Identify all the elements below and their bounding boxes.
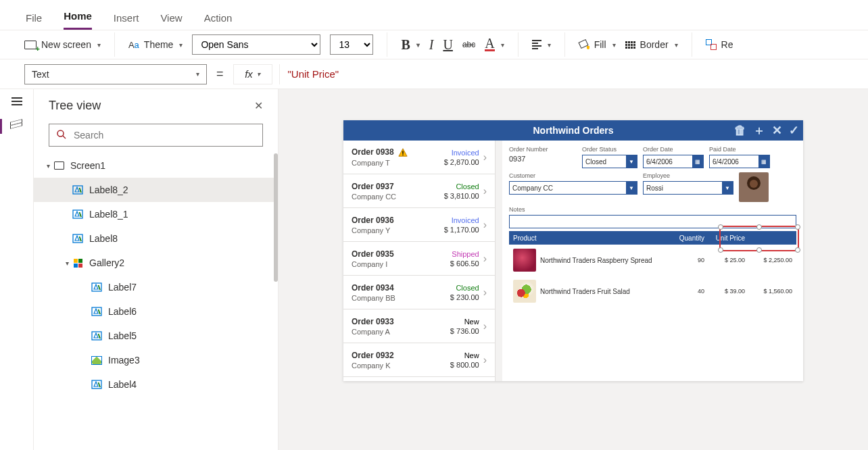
order-row[interactable]: Order 0937 Company CC Closed $ 3,810.00 … bbox=[343, 174, 495, 208]
tab-file[interactable]: File bbox=[26, 5, 42, 30]
tree-scrollbar[interactable] bbox=[274, 153, 278, 282]
tree-title: Tree view bbox=[49, 99, 101, 113]
svg-rect-12 bbox=[92, 332, 101, 340]
theme-button[interactable]: Aa Theme ▾ bbox=[128, 39, 183, 50]
formula-input[interactable]: "Unit Price" bbox=[279, 64, 844, 84]
paid-date-picker[interactable]: 6/4/2006▦ bbox=[709, 155, 770, 168]
tree-item-gallery2[interactable]: ▾ Gallery2 bbox=[34, 251, 276, 275]
tree-item-label: Screen1 bbox=[70, 160, 105, 171]
order-row[interactable]: Order 0936 Company Y Invoiced $ 1,170.00… bbox=[343, 208, 495, 242]
label-icon bbox=[72, 233, 84, 244]
chevron-right-icon: › bbox=[483, 151, 487, 164]
tree-item-label8_1[interactable]: Label8_1 bbox=[34, 202, 276, 226]
underline-button[interactable]: U bbox=[443, 37, 452, 53]
collapse-icon[interactable]: ▾ bbox=[62, 259, 72, 267]
tree-view-rail-button[interactable] bbox=[0, 119, 33, 130]
hamburger-button[interactable] bbox=[0, 97, 33, 105]
tree-item-label: Label6 bbox=[108, 306, 137, 317]
font-color-button[interactable]: A▾ bbox=[485, 38, 504, 51]
tree-view-panel: Tree view ✕ ▾ Screen1 Label8_2 Label8_1 bbox=[34, 89, 279, 450]
product-unitprice: $ 39.00 bbox=[704, 288, 745, 295]
svg-line-5 bbox=[80, 212, 82, 217]
cancel-icon[interactable]: ✕ bbox=[772, 123, 782, 138]
fill-button[interactable]: Fill ▾ bbox=[579, 39, 616, 50]
order-date-picker[interactable]: 6/4/2006▦ bbox=[643, 155, 704, 168]
new-screen-button[interactable]: New screen ▾ bbox=[24, 39, 101, 50]
employee-combo[interactable]: Rossi▼ bbox=[643, 181, 733, 195]
tree-item-screen1[interactable]: ▾ Screen1 bbox=[34, 153, 276, 178]
order-row[interactable]: Order 0938 Company T Invoiced $ 2,870.00… bbox=[343, 141, 495, 174]
align-button[interactable]: ▾ bbox=[532, 40, 551, 49]
svg-rect-16 bbox=[402, 151, 403, 153]
tree-item-label5[interactable]: Label5 bbox=[34, 324, 276, 348]
line-item[interactable]: Northwind Traders Raspberry Spread 90 $ … bbox=[509, 245, 796, 276]
chevron-right-icon: › bbox=[483, 354, 487, 366]
chevron-right-icon: › bbox=[483, 219, 487, 231]
close-panel-button[interactable]: ✕ bbox=[254, 99, 263, 112]
notes-input[interactable] bbox=[509, 215, 796, 228]
tree-list: ▾ Screen1 Label8_2 Label8_1 Label8 ▾ Gal… bbox=[34, 153, 278, 450]
svg-rect-17 bbox=[402, 155, 403, 155]
th-product: Product bbox=[513, 234, 671, 242]
customer-combo[interactable]: Company CC▼ bbox=[509, 181, 637, 195]
tab-insert[interactable]: Insert bbox=[114, 5, 139, 30]
image-icon bbox=[91, 356, 102, 365]
collapse-icon[interactable]: ▾ bbox=[43, 162, 53, 170]
order-list: Order 0938 Company T Invoiced $ 2,870.00… bbox=[343, 141, 496, 381]
order-status-combo[interactable]: Closed▼ bbox=[582, 155, 637, 168]
customer-label: Customer bbox=[509, 172, 637, 179]
tree-search-input[interactable] bbox=[72, 129, 256, 141]
font-family-select[interactable]: Open Sans bbox=[192, 34, 320, 55]
equals-sign: = bbox=[214, 67, 226, 81]
tree-item-label: Label5 bbox=[108, 330, 137, 341]
order-row[interactable]: Order 0933 Company A New $ 736.00 › bbox=[343, 309, 495, 343]
product-qty: 40 bbox=[671, 288, 704, 295]
bold-button[interactable]: B▾ bbox=[401, 37, 419, 53]
chevron-down-icon: ▾ bbox=[196, 70, 199, 78]
new-screen-icon bbox=[24, 41, 37, 49]
border-button[interactable]: Border ▾ bbox=[625, 39, 678, 50]
tree-item-label7[interactable]: Label7 bbox=[34, 275, 276, 299]
svg-rect-4 bbox=[73, 210, 82, 218]
fx-button[interactable]: fx ▾ bbox=[233, 64, 272, 84]
order-row[interactable]: Order 0934 Company BB Closed $ 230.00 › bbox=[343, 276, 495, 309]
canvas[interactable]: Northwind Orders 🗑 ＋ ✕ ✓ Order 0938 Comp… bbox=[279, 89, 868, 450]
product-thumbnail bbox=[513, 249, 536, 272]
border-label: Border bbox=[640, 39, 669, 50]
svg-line-7 bbox=[80, 236, 82, 241]
tree-item-label8[interactable]: Label8 bbox=[34, 226, 276, 251]
order-form: Order Number 0937 Order Status Closed▼ O… bbox=[502, 141, 803, 381]
order-row[interactable]: Order 0932 Company K New $ 800.00 › bbox=[343, 343, 495, 377]
theme-label: Theme bbox=[144, 39, 174, 50]
tab-view[interactable]: View bbox=[160, 5, 182, 30]
add-icon[interactable]: ＋ bbox=[753, 122, 765, 139]
strikethrough-button[interactable]: abc bbox=[462, 40, 475, 49]
hamburger-icon bbox=[11, 97, 22, 105]
label-icon bbox=[91, 379, 103, 390]
svg-line-3 bbox=[80, 188, 82, 193]
tree-item-label8_2[interactable]: Label8_2 bbox=[34, 178, 276, 202]
tree-item-label: Label8 bbox=[89, 233, 118, 244]
formula-bar: Text ▾ = fx ▾ "Unit Price" bbox=[0, 59, 868, 89]
menu-bar: File Home Insert View Action bbox=[0, 0, 868, 30]
tab-home[interactable]: Home bbox=[64, 3, 92, 30]
label-icon bbox=[91, 306, 103, 317]
line-item[interactable]: Northwind Traders Fruit Salad 40 $ 39.00… bbox=[509, 276, 796, 307]
new-screen-label: New screen bbox=[41, 39, 91, 50]
italic-button[interactable]: I bbox=[429, 37, 434, 53]
trash-icon[interactable]: 🗑 bbox=[734, 124, 746, 138]
tree-item-image3[interactable]: Image3 bbox=[34, 348, 276, 372]
confirm-icon[interactable]: ✓ bbox=[789, 123, 799, 138]
tree-item-label6[interactable]: Label6 bbox=[34, 299, 276, 324]
property-select[interactable]: Text ▾ bbox=[24, 64, 207, 84]
chevron-down-icon: ▾ bbox=[257, 70, 260, 78]
tree-search[interactable] bbox=[49, 124, 263, 147]
tab-action[interactable]: Action bbox=[204, 5, 233, 30]
order-row[interactable]: Order 0935 Company I Shipped $ 606.50 › bbox=[343, 242, 495, 276]
tree-item-label4[interactable]: Label4 bbox=[34, 372, 276, 397]
font-size-select[interactable]: 13 bbox=[330, 34, 373, 55]
reorder-button[interactable]: Re bbox=[706, 39, 733, 50]
reorder-icon bbox=[706, 39, 717, 50]
align-icon bbox=[532, 40, 541, 49]
th-unitprice[interactable]: Unit Price bbox=[704, 234, 745, 242]
